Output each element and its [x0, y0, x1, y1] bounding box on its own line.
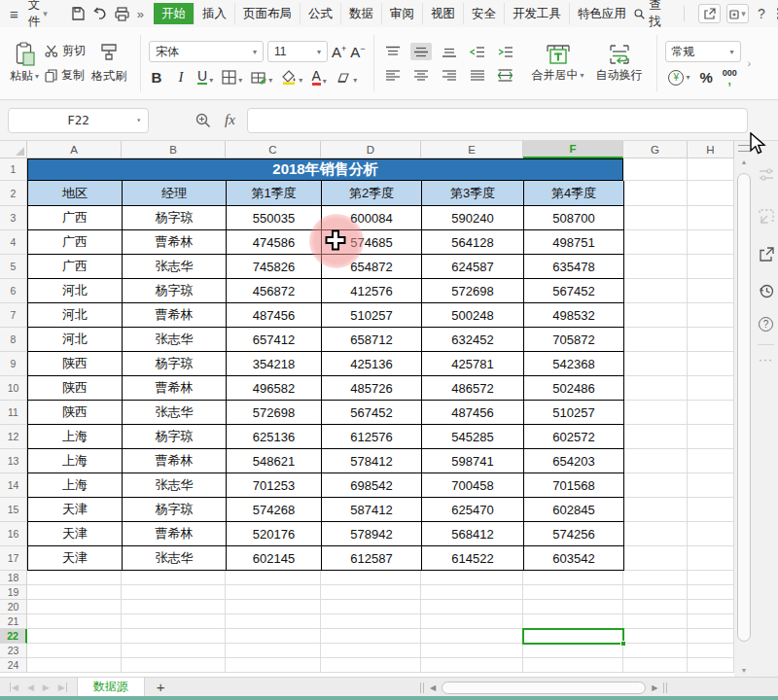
menu-tab-10[interactable]: 特色应用	[569, 3, 634, 24]
cell-C19[interactable]	[226, 585, 321, 600]
cell-G6[interactable]	[623, 279, 688, 303]
row-header-4[interactable]: 4	[0, 230, 27, 255]
align-middle-button[interactable]	[410, 43, 432, 60]
align-top-button[interactable]	[382, 43, 404, 60]
cell-G2[interactable]	[623, 181, 688, 206]
table-cell[interactable]: 520176	[227, 522, 322, 546]
table-cell[interactable]: 曹希林	[123, 230, 227, 255]
cell-H21[interactable]	[688, 614, 734, 629]
table-cell[interactable]: 602145	[227, 546, 322, 571]
table-cell[interactable]: 545285	[422, 425, 524, 449]
cell-G16[interactable]	[623, 522, 688, 546]
cell-F24[interactable]	[523, 658, 623, 673]
cell-E19[interactable]	[421, 585, 523, 600]
scrollbar-grip[interactable]	[663, 682, 667, 693]
column-header-C[interactable]: C	[226, 141, 321, 158]
fill-color-button[interactable]: ▾	[281, 70, 302, 85]
new-window-button[interactable]: ▾	[726, 4, 749, 23]
cell-G22[interactable]	[623, 629, 688, 644]
row-header-17[interactable]: 17	[0, 546, 27, 571]
column-header-A[interactable]: A	[27, 141, 122, 158]
cell-H18[interactable]	[688, 571, 734, 585]
cell-G19[interactable]	[623, 585, 688, 600]
sheet-tab-active[interactable]: 数据源	[77, 678, 145, 697]
cell-E21[interactable]	[421, 614, 523, 629]
number-format-select[interactable]: 常规 ▾	[665, 41, 741, 62]
column-header-D[interactable]: D	[321, 141, 421, 158]
row-header-10[interactable]: 10	[0, 376, 27, 401]
cell-D22[interactable]	[321, 629, 421, 644]
save-button[interactable]	[70, 4, 86, 23]
cell-H7[interactable]	[688, 303, 734, 328]
table-cell[interactable]: 701568	[524, 473, 624, 498]
row-header-5[interactable]: 5	[0, 255, 27, 279]
table-cell[interactable]: 572698	[422, 279, 524, 303]
cell-G9[interactable]	[623, 352, 688, 376]
table-cell[interactable]: 602572	[524, 425, 624, 449]
row-header-9[interactable]: 9	[0, 352, 27, 376]
scroll-left-icon[interactable]: ◀	[430, 683, 436, 692]
insert-function-zoom-button[interactable]	[195, 113, 211, 128]
cell-G15[interactable]	[623, 498, 688, 522]
selected-cell-outline[interactable]	[522, 628, 624, 645]
table-header-cell[interactable]: 第1季度	[227, 181, 322, 206]
cell-B21[interactable]	[122, 614, 226, 629]
menu-tab-8[interactable]: 安全	[463, 3, 504, 24]
cell-B23[interactable]	[122, 644, 226, 658]
table-cell[interactable]: 574256	[524, 522, 624, 546]
cell-F20[interactable]	[523, 600, 623, 614]
cell-E20[interactable]	[421, 600, 523, 614]
table-cell[interactable]: 天津	[28, 522, 123, 546]
find-button[interactable]: 查找	[634, 0, 670, 30]
table-cell[interactable]: 700458	[422, 473, 524, 498]
cell-D19[interactable]	[321, 585, 421, 600]
table-cell[interactable]: 574268	[227, 498, 322, 522]
column-header-B[interactable]: B	[122, 141, 226, 158]
clear-format-button[interactable]: ▾	[336, 71, 357, 85]
table-cell[interactable]: 485726	[322, 376, 422, 401]
properties-sliders-icon[interactable]	[754, 162, 778, 187]
cell-G11[interactable]	[623, 401, 688, 425]
table-cell[interactable]: 632452	[422, 328, 524, 352]
table-cell[interactable]: 河北	[28, 328, 123, 352]
row-header-23[interactable]: 23	[0, 644, 27, 658]
row-header-1[interactable]: 1	[0, 158, 27, 181]
row-header-19[interactable]: 19	[0, 585, 27, 600]
increase-font-button[interactable]: A+	[332, 44, 346, 60]
cell-H12[interactable]	[688, 425, 734, 449]
row-header-11[interactable]: 11	[0, 401, 27, 425]
cell-A23[interactable]	[27, 644, 122, 658]
table-cell[interactable]: 412576	[322, 279, 422, 303]
table-cell[interactable]: 354218	[227, 352, 322, 376]
merge-center-button[interactable]: 合并居中 ▾	[526, 40, 590, 88]
table-cell[interactable]: 654872	[322, 255, 422, 279]
cell-C24[interactable]	[226, 658, 321, 673]
table-cell[interactable]: 上海	[28, 473, 123, 498]
cell-A20[interactable]	[27, 600, 122, 614]
row-header-22[interactable]: 22	[0, 629, 27, 644]
table-cell[interactable]: 498532	[524, 303, 624, 328]
table-cell[interactable]: 658712	[322, 328, 422, 352]
align-bottom-button[interactable]	[439, 43, 460, 60]
cell-H6[interactable]	[688, 279, 734, 303]
table-cell[interactable]: 曹希林	[123, 449, 227, 473]
table-title-cell[interactable]: 2018年销售分析	[27, 158, 623, 181]
help-icon[interactable]: ?	[754, 312, 778, 336]
cell-H14[interactable]	[688, 473, 734, 498]
cell-H4[interactable]	[688, 230, 734, 255]
underline-button[interactable]: U▾	[197, 70, 213, 85]
table-cell[interactable]: 456872	[227, 279, 322, 303]
cell-G18[interactable]	[623, 571, 688, 585]
cell-A18[interactable]	[27, 571, 122, 585]
row-header-12[interactable]: 12	[0, 425, 27, 449]
align-right-button[interactable]	[439, 66, 460, 84]
cell-E24[interactable]	[421, 658, 523, 673]
last-sheet-icon[interactable]: ▶	[58, 682, 67, 692]
table-cell[interactable]: 602845	[524, 498, 624, 522]
table-cell[interactable]: 567452	[322, 401, 422, 425]
table-cell[interactable]: 578412	[322, 449, 422, 473]
cell-B19[interactable]	[122, 585, 226, 600]
row-header-21[interactable]: 21	[0, 614, 27, 629]
table-cell[interactable]: 487456	[227, 303, 322, 328]
table-cell[interactable]: 张志华	[123, 473, 227, 498]
